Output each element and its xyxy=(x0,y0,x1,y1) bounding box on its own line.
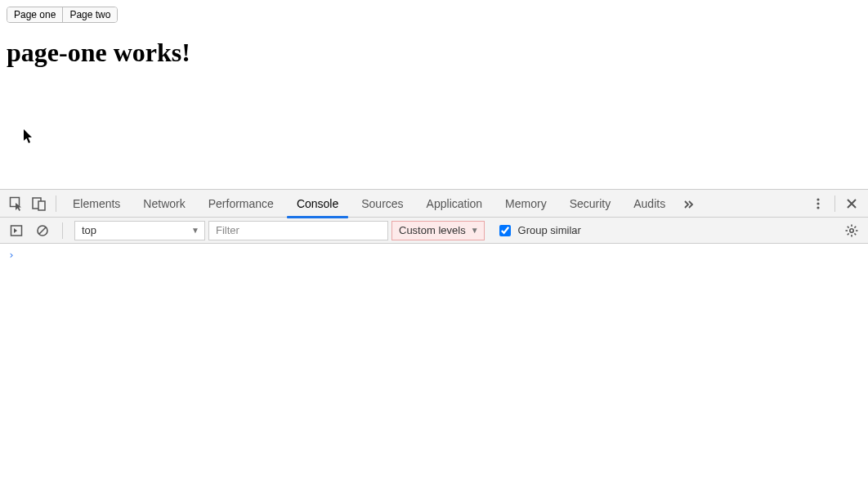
execution-context-select[interactable]: top ▼ xyxy=(74,221,205,240)
svg-line-15 xyxy=(848,233,849,235)
nav-page-one-button[interactable]: Page one xyxy=(7,7,62,22)
page-heading: page-one works! xyxy=(7,38,861,68)
svg-line-16 xyxy=(854,226,856,227)
log-levels-label: Custom levels xyxy=(399,224,466,236)
nav-page-two-button[interactable]: Page two xyxy=(62,7,117,22)
device-toolbar-icon[interactable] xyxy=(28,192,51,215)
divider xyxy=(62,222,63,239)
tab-sources[interactable]: Sources xyxy=(350,190,414,218)
svg-rect-2 xyxy=(38,201,45,210)
tab-elements[interactable]: Elements xyxy=(61,190,132,218)
divider xyxy=(56,195,56,212)
tab-security[interactable]: Security xyxy=(558,190,623,218)
devtools-tabstrip: Elements Network Performance Console Sou… xyxy=(0,190,868,218)
svg-point-5 xyxy=(817,206,819,209)
dropdown-triangle-icon: ▼ xyxy=(191,226,199,235)
console-prompt-icon: › xyxy=(8,249,15,261)
inspect-element-icon[interactable] xyxy=(5,192,28,215)
svg-point-3 xyxy=(817,198,819,200)
group-similar-label: Group similar xyxy=(518,224,581,236)
svg-line-14 xyxy=(854,233,856,235)
console-toolbar: top ▼ Custom levels ▼ Group similar xyxy=(0,218,868,244)
execution-context-label: top xyxy=(82,224,96,236)
svg-point-4 xyxy=(817,202,819,204)
more-tabs-icon[interactable] xyxy=(677,198,700,209)
kebab-menu-icon[interactable] xyxy=(807,192,830,215)
clear-console-icon[interactable] xyxy=(31,219,54,242)
nav-button-group: Page one Page two xyxy=(7,7,118,23)
group-similar-checkbox-input[interactable] xyxy=(499,225,511,236)
tab-network[interactable]: Network xyxy=(132,190,196,218)
tab-audits[interactable]: Audits xyxy=(622,190,677,218)
show-console-sidebar-icon[interactable] xyxy=(5,219,28,242)
divider xyxy=(834,195,835,212)
log-levels-select[interactable]: Custom levels ▼ xyxy=(391,221,485,240)
tab-console[interactable]: Console xyxy=(285,190,350,218)
svg-line-13 xyxy=(848,226,849,227)
page-content: Page one Page two page-one works! xyxy=(0,0,868,189)
console-filter-input[interactable] xyxy=(208,221,388,240)
tab-performance[interactable]: Performance xyxy=(197,190,285,218)
svg-point-8 xyxy=(850,228,853,231)
tab-memory[interactable]: Memory xyxy=(494,190,558,218)
console-body[interactable]: › xyxy=(0,244,868,503)
dropdown-triangle-icon: ▼ xyxy=(471,226,479,235)
console-settings-gear-icon[interactable] xyxy=(840,219,863,242)
mouse-cursor-icon xyxy=(24,129,34,144)
devtools-panel: Elements Network Performance Console Sou… xyxy=(0,189,868,503)
tab-application[interactable]: Application xyxy=(415,190,494,218)
group-similar-checkbox[interactable]: Group similar xyxy=(496,222,581,239)
close-devtools-icon[interactable] xyxy=(840,192,863,215)
